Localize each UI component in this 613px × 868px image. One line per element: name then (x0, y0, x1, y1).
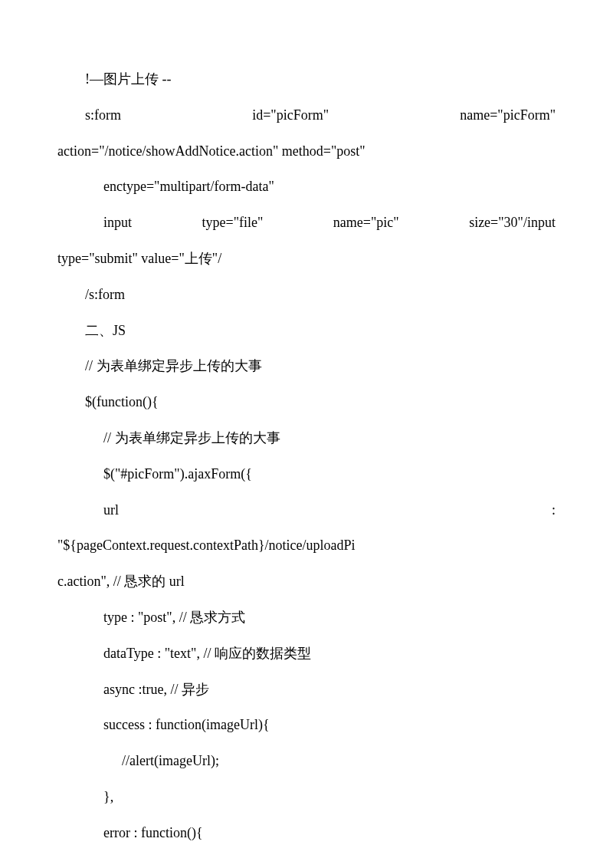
code-line: type="submit" value="上传"/ (57, 241, 556, 277)
code-line: action="/notice/showAddNotice.action" me… (57, 133, 556, 169)
code-line: }, (57, 779, 556, 815)
document-page: !—图片上传 -- s:form id="picForm" name="picF… (0, 0, 613, 868)
code-line: success : function(imageUrl){ (57, 707, 556, 743)
code-line: !—图片上传 -- (57, 61, 556, 97)
code-comment: // 为表单绑定异步上传的大事 (57, 348, 556, 384)
code-line: "${pageContext.request.contextPath}/noti… (57, 528, 556, 564)
code-line: error : function(){ (57, 815, 556, 851)
code-line: s:form id="picForm" name="picForm" (57, 97, 556, 133)
code-comment: //alert(imageUrl); (57, 743, 556, 779)
code-text: id="picForm" (252, 97, 329, 133)
code-line: c.action", // 恳求的 url (57, 564, 556, 600)
section-heading: 二、JS (57, 313, 556, 349)
code-line: dataType : "text", // 响应的数据类型 (57, 636, 556, 672)
code-text: : (552, 492, 556, 528)
code-text: type="file" (202, 205, 264, 241)
code-text: size="30"/input (469, 205, 556, 241)
code-text: url (103, 492, 119, 528)
code-line: enctype="multipart/form-data" (57, 169, 556, 205)
code-line: async :true, // 异步 (57, 672, 556, 708)
code-text: input (103, 205, 132, 241)
code-line: $("#picForm").ajaxForm({ (57, 456, 556, 492)
code-line: url : (57, 492, 556, 528)
code-text: name="picForm" (460, 97, 556, 133)
code-comment: // 为表单绑定异步上传的大事 (57, 420, 556, 456)
code-text: s:form (85, 97, 121, 133)
code-line: /s:form (57, 277, 556, 313)
code-line: $(function(){ (57, 384, 556, 420)
code-line: type : "post", // 恳求方式 (57, 600, 556, 636)
code-line: input type="file" name="pic" size="30"/i… (57, 205, 556, 241)
code-text: name="pic" (333, 205, 399, 241)
